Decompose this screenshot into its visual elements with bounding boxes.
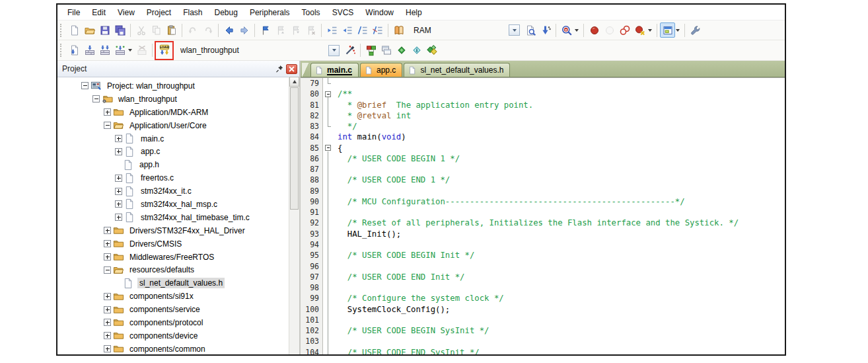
indent-icon[interactable] bbox=[340, 22, 355, 38]
code-line[interactable]: HAL_Init(); bbox=[338, 229, 785, 239]
expand-icon[interactable] bbox=[104, 227, 111, 234]
code-line[interactable] bbox=[338, 261, 785, 272]
search-document-icon[interactable] bbox=[523, 22, 538, 38]
kill-breakpoints-icon[interactable] bbox=[617, 22, 632, 38]
code-line[interactable]: /* USER CODE END SysInit */ bbox=[338, 347, 785, 354]
code-line[interactable]: /** bbox=[338, 89, 785, 99]
code-line[interactable] bbox=[338, 282, 785, 293]
code-line[interactable]: /* Configure the system clock */ bbox=[338, 293, 785, 303]
code-line[interactable] bbox=[338, 164, 785, 175]
line-number[interactable]: 100 bbox=[301, 304, 322, 315]
menu-tools[interactable]: Tools bbox=[296, 5, 326, 20]
code-line[interactable]: /* USER CODE BEGIN SysInit */ bbox=[338, 325, 785, 336]
target-combo-value[interactable]: wlan_throughput bbox=[176, 46, 328, 55]
tree-item-freertos-c[interactable]: freertos.c bbox=[57, 171, 299, 184]
tab-label[interactable]: main.c bbox=[327, 65, 352, 75]
tree-item-label[interactable]: stm32f4xx_it.c bbox=[139, 186, 194, 196]
code-line[interactable]: SystemClock_Config(); bbox=[338, 304, 785, 315]
tree-item-resources-defaults[interactable]: resources/defaults bbox=[57, 263, 299, 276]
tree-item-sl-net-default-values-h[interactable]: sl_net_default_values.h bbox=[57, 276, 299, 290]
file-extensions-icon[interactable] bbox=[379, 43, 394, 58]
line-number[interactable]: 87 bbox=[301, 164, 322, 175]
line-number[interactable]: 92 bbox=[301, 218, 322, 228]
disable-breakpoints-icon[interactable] bbox=[632, 22, 647, 38]
tab-sl-net-default-values-h[interactable]: sl_net_default_values.h bbox=[404, 63, 510, 77]
tree-item-label[interactable]: Drivers/STM32F4xx_HAL_Driver bbox=[127, 225, 247, 236]
translate-icon[interactable] bbox=[67, 43, 82, 58]
tree-item-label[interactable]: resources/defaults bbox=[127, 264, 196, 275]
debug-windows-icon[interactable] bbox=[660, 22, 675, 38]
code-line[interactable]: int main(void) bbox=[338, 132, 785, 142]
line-number[interactable]: 80 bbox=[301, 89, 322, 99]
menu-debug[interactable]: Debug bbox=[209, 5, 244, 20]
collapse-icon[interactable] bbox=[104, 266, 111, 274]
tree-item-label[interactable]: Project: wlan_throughput bbox=[105, 81, 197, 91]
find-in-files-icon[interactable] bbox=[391, 22, 406, 38]
line-number[interactable]: 90 bbox=[301, 196, 322, 207]
line-number[interactable]: 93 bbox=[301, 229, 322, 239]
code-line[interactable]: /* USER CODE END Init */ bbox=[338, 272, 785, 282]
line-number[interactable]: 86 bbox=[301, 153, 322, 164]
expand-icon[interactable] bbox=[104, 319, 111, 326]
tree-item-stm32f4xx-it-c[interactable]: stm32f4xx_it.c bbox=[57, 184, 299, 198]
tab-app-c[interactable]: app.c bbox=[360, 63, 402, 77]
line-number[interactable]: 102 bbox=[301, 325, 322, 336]
target-options-icon[interactable] bbox=[342, 43, 357, 58]
code-line[interactable] bbox=[338, 239, 785, 250]
expand-icon[interactable] bbox=[104, 108, 111, 116]
incremental-find-icon[interactable] bbox=[538, 22, 553, 38]
load-flash-icon-annotated[interactable]: LOAD bbox=[157, 43, 172, 58]
paste-icon[interactable] bbox=[164, 22, 179, 38]
expand-icon[interactable] bbox=[104, 293, 111, 300]
tree-item-label[interactable]: sl_net_default_values.h bbox=[137, 278, 225, 288]
menu-view[interactable]: View bbox=[112, 5, 141, 20]
tree-item-label[interactable]: Drivers/CMSIS bbox=[127, 239, 184, 249]
expand-icon[interactable] bbox=[115, 188, 122, 195]
tree-item-drivers-cmsis[interactable]: Drivers/CMSIS bbox=[57, 237, 299, 251]
navigate-back-icon[interactable] bbox=[221, 22, 236, 38]
collapse-icon[interactable] bbox=[104, 122, 111, 129]
batch-build-icon-dropdown-icon[interactable] bbox=[128, 49, 132, 52]
line-number[interactable]: 85 bbox=[301, 143, 322, 153]
close-icon[interactable] bbox=[286, 64, 297, 74]
menu-window[interactable]: Window bbox=[359, 5, 400, 20]
pin-icon[interactable] bbox=[273, 63, 285, 74]
target-combo-dropdown-icon[interactable] bbox=[328, 45, 340, 56]
line-number[interactable]: 84 bbox=[301, 132, 322, 142]
code-line[interactable]: /* USER CODE BEGIN 1 */ bbox=[338, 153, 785, 164]
pack-installer-icon[interactable] bbox=[424, 43, 439, 58]
expand-icon[interactable] bbox=[104, 240, 111, 247]
menu-flash[interactable]: Flash bbox=[177, 5, 208, 20]
code-line[interactable]: * @retval int bbox=[338, 110, 785, 121]
tree-item-components-protocol[interactable]: components/protocol bbox=[57, 316, 299, 329]
tree-item-label[interactable]: stm32f4xx_hal_timebase_tim.c bbox=[139, 212, 252, 223]
find-symbol-icon[interactable] bbox=[559, 22, 574, 38]
tree-item-app-h[interactable]: app.h bbox=[57, 158, 299, 171]
collapse-region-icon[interactable] bbox=[325, 145, 331, 151]
tree-item-label[interactable]: components/device bbox=[127, 331, 199, 341]
line-number[interactable]: 104 bbox=[301, 347, 322, 356]
tree-item-project-wlan-throughput[interactable]: Project: wlan_throughput bbox=[57, 79, 299, 93]
tree-item-application-mdk-arm[interactable]: Application/MDK-ARM bbox=[57, 106, 299, 119]
code-line[interactable] bbox=[338, 207, 785, 218]
tab-main-c[interactable]: main.c bbox=[310, 63, 359, 77]
tree-item-label[interactable]: components/common bbox=[127, 344, 207, 354]
line-number[interactable]: 99 bbox=[301, 293, 322, 303]
line-number[interactable]: 79 bbox=[301, 78, 322, 89]
fold-marker[interactable] bbox=[323, 89, 334, 99]
menu-edit[interactable]: Edit bbox=[86, 5, 112, 20]
code-line[interactable]: /* MCU Configuration--------------------… bbox=[338, 196, 785, 207]
insert-breakpoint-icon[interactable] bbox=[587, 22, 602, 38]
code-line[interactable] bbox=[338, 315, 785, 325]
navigate-forward-icon[interactable] bbox=[236, 22, 252, 38]
batch-build-icon[interactable] bbox=[112, 43, 127, 58]
tree-item-label[interactable]: Application/MDK-ARM bbox=[127, 107, 210, 118]
tree-item-label[interactable]: wlan_throughput bbox=[116, 94, 179, 104]
collapse-icon[interactable] bbox=[92, 95, 100, 102]
collapse-icon[interactable] bbox=[81, 82, 89, 89]
menu-project[interactable]: Project bbox=[141, 5, 177, 20]
line-number[interactable]: 96 bbox=[301, 261, 322, 272]
tree-item-stm32f4xx-hal-timebase-tim-c[interactable]: stm32f4xx_hal_timebase_tim.c bbox=[57, 211, 299, 224]
expand-icon[interactable] bbox=[115, 135, 122, 142]
disable-breakpoints-icon-dropdown-icon[interactable] bbox=[648, 29, 652, 32]
